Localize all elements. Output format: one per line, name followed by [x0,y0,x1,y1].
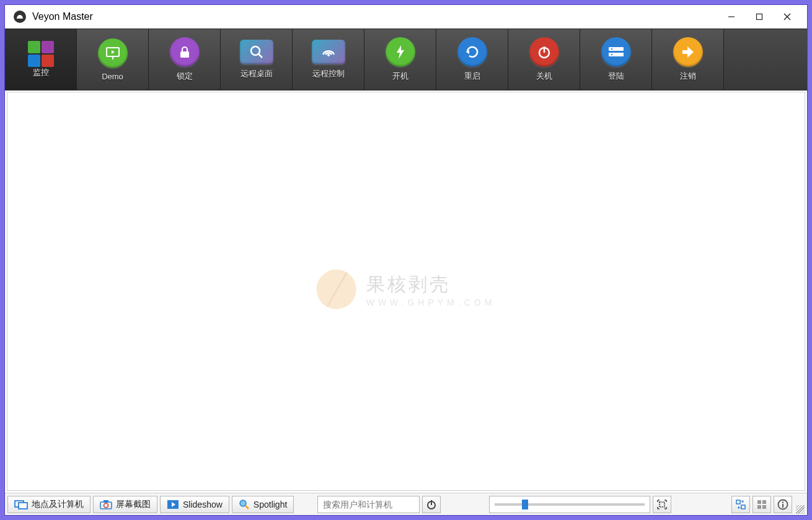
svg-rect-33 [757,500,761,504]
toolbar-lock[interactable]: 锁定 [149,29,221,90]
svg-marker-5 [112,50,115,54]
slideshow-button[interactable]: Slideshow [160,496,229,513]
screenshot-button[interactable]: 屏幕截图 [93,496,157,513]
svg-point-22 [104,503,108,508]
svg-rect-36 [762,505,766,509]
button-label: 地点及计算机 [32,499,84,510]
remote-control-icon [312,40,345,64]
toolbar-label: 关机 [536,71,552,82]
svg-rect-7 [180,51,189,58]
svg-marker-11 [397,45,404,59]
app-title: Veyon Master [32,11,717,22]
svg-point-10 [327,54,330,56]
toolbar-login[interactable]: 登陆 [580,29,652,90]
slider-track [495,503,645,506]
close-icon [783,13,791,20]
locations-button[interactable]: 地点及计算机 [7,496,90,513]
bolt-icon [386,37,415,67]
arrange-icon [735,499,746,510]
power-filter-button[interactable] [422,496,441,513]
slideshow-icon [167,500,179,509]
toolbar-logout[interactable]: 注销 [652,29,724,90]
close-button[interactable] [773,7,801,26]
search-input[interactable] [317,496,420,513]
camera-icon [100,500,112,509]
maximize-button[interactable] [745,7,773,26]
svg-point-17 [611,48,612,50]
svg-rect-15 [609,47,624,51]
svg-rect-16 [609,53,624,56]
toolbar-restart[interactable]: 重启 [436,29,508,90]
svg-rect-32 [741,505,745,509]
grid-icon [757,500,767,509]
toolbar-label: 锁定 [177,71,193,82]
watermark: 果核剥壳 WWW.GHPYM.COM [317,270,496,309]
svg-line-9 [258,54,262,58]
svg-point-18 [611,54,612,55]
toolbar-label: Demo [102,72,123,81]
spotlight-icon [239,499,250,510]
svg-line-27 [245,506,249,509]
svg-rect-20 [19,503,27,509]
svg-rect-34 [762,500,766,504]
toolbar-label: 登陆 [608,71,624,82]
svg-rect-35 [757,505,761,509]
toolbar-power-on[interactable]: 开机 [364,29,436,90]
monitors-icon [14,499,28,510]
toolbar-monitor[interactable]: 监控 [5,29,77,90]
lock-icon [170,37,200,67]
svg-rect-39 [782,504,783,508]
svg-rect-23 [104,500,108,503]
toolbar-label: 开机 [392,71,408,82]
restart-icon [457,37,487,67]
grid-view-button[interactable] [752,496,771,513]
button-label: Spotlight [254,500,287,509]
toolbar-label: 监控 [33,67,49,78]
info-icon [777,499,788,510]
resize-grip[interactable] [796,505,805,514]
arrange-button[interactable] [731,496,750,513]
minimize-icon [728,13,735,20]
zoom-slider[interactable] [489,496,650,513]
svg-point-8 [251,46,260,55]
svg-point-26 [240,500,246,506]
toolbar-remote-control[interactable]: 远程控制 [293,29,364,90]
maximize-icon [756,13,763,20]
spotlight-button[interactable]: Spotlight [232,496,294,513]
remote-view-icon [240,40,273,64]
main-toolbar: 监控 Demo 锁定 远程桌面 远程控制 [5,29,807,90]
toolbar-label: 注销 [680,71,696,82]
toolbar-label: 远程控制 [312,68,345,79]
minimize-button[interactable] [717,7,745,26]
toolbar-remote-desktop[interactable]: 远程桌面 [221,29,293,90]
info-button[interactable] [774,496,792,513]
login-icon [601,37,631,67]
status-bar: 地点及计算机 屏幕截图 Slideshow Spotlight [5,493,807,515]
slider-thumb[interactable] [522,500,528,509]
power-icon [426,499,437,510]
content-area: 果核剥壳 WWW.GHPYM.COM [7,92,805,491]
svg-point-38 [782,501,783,503]
fit-button[interactable] [653,496,671,513]
title-bar: Veyon Master [5,5,807,29]
power-icon [529,37,559,67]
presentation-icon [98,38,128,68]
watermark-title: 果核剥壳 [366,271,496,297]
button-label: Slideshow [183,500,223,509]
watermark-url: WWW.GHPYM.COM [366,297,496,307]
toolbar-label: 重启 [464,71,480,82]
fit-icon [656,499,668,510]
toolbar-label: 远程桌面 [241,68,273,79]
window-controls [717,7,801,26]
svg-rect-1 [756,14,762,20]
logout-icon [673,37,703,67]
toolbar-demo[interactable]: Demo [77,29,149,90]
watermark-logo-icon [317,270,356,309]
button-label: 屏幕截图 [116,499,151,510]
svg-rect-31 [736,500,740,504]
app-icon [14,11,26,23]
toolbar-power-off[interactable]: 关机 [508,29,580,90]
main-window: Veyon Master 监控 Demo [4,4,808,516]
svg-rect-30 [660,502,664,507]
grid-icon [28,41,54,67]
